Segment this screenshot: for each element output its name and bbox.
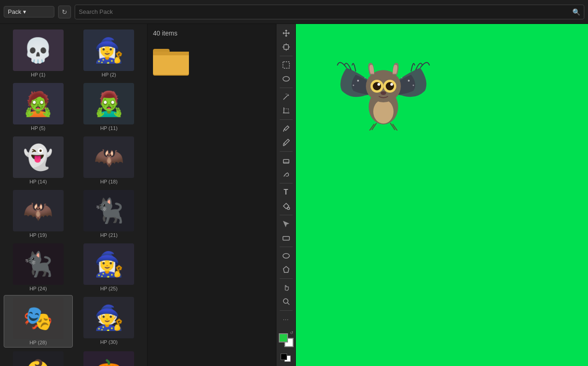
asset-browser-panel: 💀HP (1)🧙‍♀️HP (2)🧟HP (5)🧟‍♂️HP (11)👻HP (… bbox=[0, 24, 147, 366]
svg-rect-21 bbox=[283, 159, 289, 163]
artboard-tool[interactable] bbox=[279, 41, 294, 53]
thumb-label: HP (5) bbox=[31, 125, 46, 131]
hand-tool[interactable] bbox=[279, 281, 294, 294]
thumbnail-item[interactable]: 🐈‍⬛HP (21) bbox=[75, 188, 144, 240]
svg-rect-24 bbox=[283, 236, 289, 240]
thumb-emoji-4: 👻 bbox=[23, 143, 53, 171]
bat-illustration bbox=[333, 33, 434, 148]
toolbar-divider-1 bbox=[280, 56, 293, 56]
toolbar-divider-3 bbox=[280, 119, 293, 120]
thumbnail-item[interactable]: 🎃HP (?) bbox=[75, 349, 144, 366]
text-tool-icon: T bbox=[284, 188, 288, 196]
toolbar-divider-5 bbox=[280, 183, 293, 183]
thumbnails-grid: 💀HP (1)🧙‍♀️HP (2)🧟HP (5)🧟‍♂️HP (11)👻HP (… bbox=[4, 28, 143, 366]
refresh-button[interactable]: ↻ bbox=[58, 6, 71, 18]
toolbar: T bbox=[276, 24, 296, 366]
thumb-emoji-5: 🦇 bbox=[94, 143, 124, 171]
thumbnail-item[interactable]: 🐈‍⬛HP (24) bbox=[4, 242, 73, 293]
pack-dropdown[interactable]: Pack ▾ bbox=[4, 6, 54, 18]
thumb-label: HP (25) bbox=[100, 286, 118, 291]
thumbnail-item[interactable]: 🧟HP (5) bbox=[4, 81, 73, 133]
thumbnail-item[interactable]: 🧙HP (30) bbox=[75, 295, 144, 348]
thumbnail-item[interactable]: 🧟‍♂️HP (11) bbox=[75, 81, 144, 133]
thumb-emoji-8: 🐈‍⬛ bbox=[23, 250, 53, 278]
default-foreground bbox=[281, 354, 287, 360]
svg-rect-2 bbox=[153, 53, 189, 75]
thumb-emoji-3: 🧟‍♂️ bbox=[94, 90, 124, 118]
shape-tool[interactable] bbox=[279, 231, 294, 244]
move-tool[interactable] bbox=[279, 27, 294, 40]
color-swatches: ↺ bbox=[278, 331, 294, 351]
svg-point-29 bbox=[373, 100, 394, 124]
thumbnail-item[interactable]: 👶HP (?) bbox=[4, 349, 73, 366]
thumbnail-item[interactable]: 🦇HP (19) bbox=[4, 188, 73, 240]
thumb-emoji-1: 🧙‍♀️ bbox=[94, 36, 124, 65]
svg-rect-9 bbox=[283, 62, 289, 68]
svg-point-10 bbox=[283, 77, 289, 81]
thumb-emoji-2: 🧟 bbox=[23, 90, 53, 118]
thumb-emoji-6: 🦇 bbox=[23, 197, 53, 225]
select-rect-tool[interactable] bbox=[279, 59, 294, 71]
thumb-emoji-10: 🎭 bbox=[23, 304, 53, 332]
lasso-tool[interactable] bbox=[279, 72, 294, 85]
zoom-tool[interactable] bbox=[279, 295, 294, 308]
svg-line-14 bbox=[288, 94, 288, 94]
thumbnail-item[interactable]: 🧙‍♀️HP (25) bbox=[75, 242, 144, 293]
polygon-lasso-tool[interactable] bbox=[279, 263, 294, 276]
thumb-emoji-0: 💀 bbox=[23, 36, 53, 65]
top-bar: Pack ▾ ↻ 🔍 bbox=[0, 0, 588, 24]
folder-panel: 40 items bbox=[147, 24, 276, 366]
thumb-emoji-13: 🎃 bbox=[94, 358, 124, 366]
default-colors-area bbox=[279, 354, 294, 363]
toolbar-divider-2 bbox=[280, 88, 293, 88]
svg-point-20 bbox=[283, 131, 284, 132]
thumbnail-item[interactable]: 🧙‍♀️HP (2) bbox=[75, 28, 144, 79]
select-path-tool[interactable] bbox=[279, 218, 294, 230]
refresh-icon: ↻ bbox=[62, 8, 67, 16]
swap-colors-button[interactable]: ↺ bbox=[290, 331, 294, 335]
pack-label: Pack bbox=[8, 8, 21, 15]
svg-point-35 bbox=[386, 82, 394, 90]
smudge-tool[interactable] bbox=[279, 168, 294, 181]
svg-line-11 bbox=[283, 95, 288, 100]
chevron-down-icon: ▾ bbox=[23, 8, 26, 15]
canvas[interactable] bbox=[296, 24, 588, 366]
text-tool[interactable]: T bbox=[279, 186, 294, 199]
eraser-tool[interactable] bbox=[279, 154, 294, 167]
svg-point-33 bbox=[377, 83, 380, 86]
canvas-area bbox=[296, 24, 588, 366]
svg-point-26 bbox=[283, 299, 288, 303]
toolbar-divider-8 bbox=[280, 278, 293, 279]
thumbnail-item[interactable]: 🦇HP (18) bbox=[75, 135, 144, 186]
thumb-label: HP (1) bbox=[31, 72, 46, 77]
thumb-emoji-12: 👶 bbox=[23, 358, 53, 366]
thumb-label: HP (18) bbox=[100, 179, 118, 184]
search-input[interactable] bbox=[79, 8, 572, 15]
items-count: 40 items bbox=[153, 30, 270, 37]
more-icon: ··· bbox=[283, 316, 289, 323]
thumbnail-item[interactable]: 👻HP (14) bbox=[4, 135, 73, 186]
svg-point-42 bbox=[413, 85, 414, 86]
thumb-label: HP (21) bbox=[100, 232, 118, 238]
paint-brush-tool[interactable] bbox=[279, 136, 294, 149]
magic-wand-tool[interactable] bbox=[279, 90, 294, 103]
toolbar-divider-4 bbox=[280, 151, 293, 152]
main-content: 💀HP (1)🧙‍♀️HP (2)🧟HP (5)🧟‍♂️HP (11)👻HP (… bbox=[0, 24, 588, 366]
toolbar-divider-9 bbox=[280, 310, 293, 311]
thumb-label: HP (30) bbox=[100, 339, 118, 345]
toolbar-divider-6 bbox=[280, 215, 293, 215]
eyedropper-tool[interactable] bbox=[279, 122, 294, 135]
thumbnail-item[interactable]: 🎭HP (28) bbox=[4, 295, 73, 348]
svg-point-38 bbox=[357, 80, 359, 82]
svg-point-36 bbox=[390, 83, 393, 86]
thumb-label: HP (19) bbox=[29, 232, 47, 238]
svg-point-40 bbox=[365, 77, 365, 78]
foreground-color-swatch[interactable] bbox=[279, 333, 288, 342]
more-tools[interactable]: ··· bbox=[279, 313, 294, 326]
thumbnail-item[interactable]: 💀HP (1) bbox=[4, 28, 73, 79]
ellipse-select-tool[interactable] bbox=[279, 249, 294, 262]
crop-tool[interactable] bbox=[279, 104, 294, 117]
svg-point-43 bbox=[401, 77, 402, 78]
svg-point-32 bbox=[373, 82, 381, 90]
fill-tool[interactable] bbox=[279, 200, 294, 213]
